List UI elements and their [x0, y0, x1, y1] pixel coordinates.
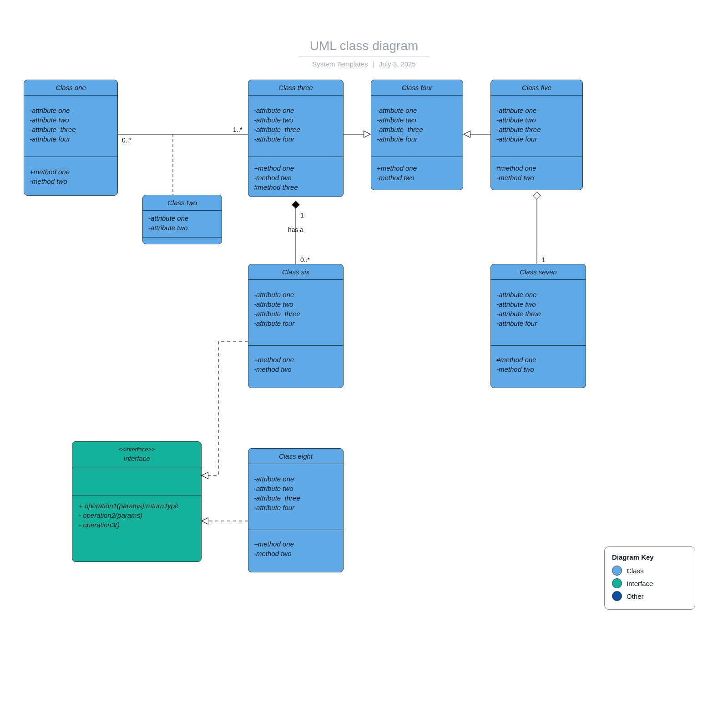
- swatch-class-icon: [612, 566, 622, 576]
- class-three[interactable]: Class three -attribute one -attribute tw…: [248, 80, 344, 197]
- attributes-section: [72, 468, 201, 495]
- class-four[interactable]: Class four -attribute one -attribute two…: [371, 80, 463, 190]
- legend-row-class: Class: [612, 566, 688, 576]
- class-one[interactable]: Class one -attribute one -attribute two …: [24, 80, 118, 196]
- methods-section: +method one -method two: [24, 157, 117, 195]
- attributes-section: -attribute one -attribute two -attribute…: [248, 280, 343, 346]
- class-name: Class three: [248, 80, 343, 96]
- methods-section: +method one -method two #method three: [248, 157, 343, 197]
- attributes-section: -attribute one -attribute two -attribute…: [248, 464, 343, 530]
- methods-section: #method one -method two: [491, 346, 586, 388]
- legend-row-other: Other: [612, 591, 688, 601]
- legend-title: Diagram Key: [612, 553, 688, 561]
- class-name: Class seven: [491, 264, 586, 280]
- diagram-legend: Diagram Key Class Interface Other: [604, 546, 695, 610]
- edge-six-interface: [202, 341, 248, 475]
- methods-section: +method one -method two: [248, 530, 343, 572]
- swatch-other-icon: [612, 591, 622, 601]
- attributes-section: -attribute one -attribute two -attribute…: [491, 280, 586, 346]
- interface-name: <<interface>> Interface: [72, 442, 201, 468]
- comp-label-has: has a: [288, 226, 303, 233]
- class-name: Class four: [371, 80, 463, 96]
- attributes-section: -attribute one -attribute two -attribute…: [24, 96, 117, 157]
- attributes-section: -attribute one -attribute two: [143, 211, 222, 238]
- attributes-section: -attribute one -attribute two -attribute…: [371, 96, 463, 157]
- multiplicity-comp-bottom: 0..*: [300, 256, 310, 263]
- swatch-interface-icon: [612, 578, 622, 588]
- class-name: Class five: [491, 80, 582, 96]
- methods-section: +method one -method two: [371, 157, 463, 190]
- legend-row-interface: Interface: [612, 578, 688, 588]
- class-name: Class eight: [248, 449, 343, 464]
- methods-section: #method one -method two: [491, 157, 582, 190]
- class-name: Class one: [24, 80, 117, 96]
- class-five[interactable]: Class five -attribute one -attribute two…: [490, 80, 583, 190]
- class-name: Class six: [248, 264, 343, 280]
- multiplicity-agg: 1: [541, 256, 545, 263]
- class-seven[interactable]: Class seven -attribute one -attribute tw…: [490, 264, 586, 388]
- interface-box[interactable]: <<interface>> Interface + operation1(par…: [72, 441, 202, 562]
- attributes-section: -attribute one -attribute two -attribute…: [248, 96, 343, 157]
- methods-section: +method one -method two: [248, 346, 343, 388]
- class-six[interactable]: Class six -attribute one -attribute two …: [248, 264, 344, 388]
- class-two[interactable]: Class two -attribute one -attribute two: [142, 195, 222, 244]
- operations-section: + operation1(params):returnType - operat…: [72, 495, 201, 561]
- methods-section: [143, 238, 222, 244]
- multiplicity-comp-top: 1: [300, 212, 304, 219]
- multiplicity-one-side: 0..*: [122, 136, 132, 144]
- class-name: Class two: [143, 195, 222, 211]
- multiplicity-three-side: 1..*: [233, 126, 243, 133]
- attributes-section: -attribute one -attribute two -attribute…: [491, 96, 582, 157]
- class-eight[interactable]: Class eight -attribute one -attribute tw…: [248, 448, 344, 572]
